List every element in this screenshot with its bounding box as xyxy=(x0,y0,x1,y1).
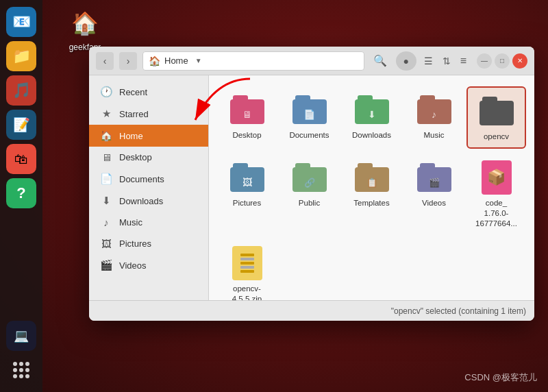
file-item-desktop-label: Desktop xyxy=(232,130,261,140)
file-grid: 🖥 Desktop 📄 xyxy=(217,86,526,300)
downloads-nav-icon: ⬇ xyxy=(100,195,112,207)
file-item-public-label: Public xyxy=(299,198,320,208)
documents-nav-icon: 📄 xyxy=(100,173,112,185)
videos-nav-icon: 🎬 xyxy=(100,259,112,271)
file-item-opencv[interactable]: opencv xyxy=(466,86,526,149)
taskbar-writer[interactable]: 📝 xyxy=(6,110,36,140)
code-deb-icon: 📦 xyxy=(479,160,514,195)
taskbar-thunderbird[interactable]: 📧 xyxy=(6,7,36,37)
home-nav-icon: 🏠 xyxy=(100,130,112,142)
file-item-music-label: Music xyxy=(423,130,444,140)
file-item-pictures-label: Pictures xyxy=(233,198,262,208)
file-item-templates-label: Templates xyxy=(353,198,389,208)
file-item-opencv-label: opencv xyxy=(484,132,509,142)
sidebar-item-music[interactable]: ♪ Music xyxy=(89,212,208,233)
downloads-folder-icon: ⬇ xyxy=(354,92,390,127)
back-button[interactable]: ‹ xyxy=(96,52,114,70)
close-button[interactable]: ✕ xyxy=(512,53,527,69)
file-item-documents-label: Documents xyxy=(289,130,329,140)
taskbar-terminal[interactable]: 💻 xyxy=(6,321,36,351)
taskbar-appstore[interactable]: 🛍 xyxy=(6,144,36,174)
location-dropdown-icon: ▼ xyxy=(195,57,202,64)
sort-button[interactable]: ⇅ xyxy=(440,51,453,71)
sidebar-item-pictures-label: Pictures xyxy=(119,238,151,249)
app-grid-button[interactable] xyxy=(6,355,36,385)
main-content: 🖥 Desktop 📄 xyxy=(209,75,534,300)
desktop-nav-icon: 🖥 xyxy=(100,151,112,163)
sidebar-item-recent[interactable]: 🕐 Recent xyxy=(89,81,208,103)
file-item-videos-label: Videos xyxy=(422,198,446,208)
taskbar-rhythmbox[interactable]: 🎵 xyxy=(6,75,36,106)
sidebar-item-starred[interactable]: ★ Starred xyxy=(89,103,208,125)
sidebar-item-home-label: Home xyxy=(119,131,143,141)
list-view-button[interactable]: ☰ xyxy=(422,51,435,71)
watermark: CSDN @极客范儿 xyxy=(464,371,537,384)
templates-folder-icon: 📋 xyxy=(354,160,390,195)
recent-icon: 🕐 xyxy=(100,86,112,98)
file-item-pictures[interactable]: 🖼 Pictures xyxy=(217,154,277,234)
file-item-opencv-zip-label: opencv-4.5.5.zip xyxy=(232,284,262,300)
location-bar[interactable]: 🏠 Home ▼ xyxy=(142,51,364,71)
minimize-button[interactable]: — xyxy=(477,53,492,69)
sidebar-item-documents-label: Documents xyxy=(119,174,164,184)
sidebar-item-documents[interactable]: 📄 Documents xyxy=(89,168,208,190)
starred-icon: ★ xyxy=(100,108,112,120)
pictures-nav-icon: 🖼 xyxy=(100,238,112,249)
music-nav-icon: ♪ xyxy=(100,217,112,228)
sidebar-item-downloads[interactable]: ⬇ Downloads xyxy=(89,190,208,212)
public-folder-icon: 🔗 xyxy=(292,160,327,195)
file-item-public[interactable]: 🔗 Public xyxy=(279,154,339,234)
content-area: 🕐 Recent ★ Starred 🏠 Home 🖥 Desktop 📄 Do… xyxy=(89,75,534,300)
file-item-videos[interactable]: 🎬 Videos xyxy=(404,154,464,234)
desktop-home-icon[interactable]: 🏠 geekfanr xyxy=(68,7,101,52)
file-item-music[interactable]: ♪ Music xyxy=(404,86,464,149)
file-item-code-deb[interactable]: 📦 code_1.76.0-16777664... xyxy=(466,154,526,234)
home-icon: 🏠 xyxy=(149,56,160,66)
documents-folder-icon: 📄 xyxy=(292,92,327,127)
opencv-folder-icon xyxy=(479,93,514,129)
videos-folder-icon: 🎬 xyxy=(416,160,452,195)
file-item-desktop[interactable]: 🖥 Desktop xyxy=(217,86,277,149)
file-item-templates[interactable]: 📋 Templates xyxy=(342,154,401,234)
titlebar: ‹ › 🏠 Home ▼ 🔍 ● ☰ ⇅ ≡ — □ ✕ xyxy=(89,47,534,75)
taskbar-files[interactable]: 📁 xyxy=(6,41,36,71)
maximize-button[interactable]: □ xyxy=(495,53,510,69)
sidebar: 🕐 Recent ★ Starred 🏠 Home 🖥 Desktop 📄 Do… xyxy=(89,75,209,300)
status-text: "opencv" selected (containing 1 item) xyxy=(391,306,526,316)
file-manager-window: ‹ › 🏠 Home ▼ 🔍 ● ☰ ⇅ ≡ — □ ✕ 🕐 Recent xyxy=(89,47,534,321)
location-text: Home xyxy=(164,56,188,66)
search-button[interactable]: 🔍 xyxy=(370,51,390,71)
file-item-opencv-zip[interactable]: opencv-4.5.5.zip xyxy=(217,240,277,300)
sidebar-item-desktop[interactable]: 🖥 Desktop xyxy=(89,147,208,168)
sidebar-item-downloads-label: Downloads xyxy=(119,196,163,206)
sidebar-item-music-label: Music xyxy=(119,217,142,228)
sidebar-item-desktop-label: Desktop xyxy=(119,152,152,162)
window-controls: — □ ✕ xyxy=(477,53,527,69)
taskbar: 📧 📁 🎵 📝 🛍 ? 💻 xyxy=(0,0,42,392)
music-folder-icon: ♪ xyxy=(416,92,452,127)
sidebar-item-pictures[interactable]: 🖼 Pictures xyxy=(89,233,208,254)
taskbar-help[interactable]: ? xyxy=(6,178,36,208)
sidebar-item-videos[interactable]: 🎬 Videos xyxy=(89,254,208,276)
sidebar-item-recent-label: Recent xyxy=(119,87,147,97)
sidebar-item-videos-label: Videos xyxy=(119,260,147,271)
desktop-folder-icon: 🖥 xyxy=(229,92,265,127)
file-item-downloads[interactable]: ⬇ Downloads xyxy=(342,86,401,149)
sidebar-item-home[interactable]: 🏠 Home xyxy=(89,125,208,147)
file-item-documents[interactable]: 📄 Documents xyxy=(279,86,339,149)
menu-button[interactable]: ≡ xyxy=(458,51,469,71)
home-folder-icon: 🏠 xyxy=(68,7,101,40)
file-item-code-deb-label: code_1.76.0-16777664... xyxy=(475,198,517,229)
deb-file-icon: 📦 xyxy=(482,160,512,195)
file-item-downloads-label: Downloads xyxy=(352,130,391,140)
zip-file-icon xyxy=(232,246,262,280)
opencv-zip-icon xyxy=(229,245,265,281)
view-toggle-button[interactable]: ● xyxy=(396,51,416,71)
forward-button[interactable]: › xyxy=(119,52,137,70)
pictures-folder-icon: 🖼 xyxy=(229,160,265,195)
grid-icon xyxy=(13,362,29,378)
status-bar: "opencv" selected (containing 1 item) xyxy=(89,300,534,321)
sidebar-item-starred-label: Starred xyxy=(119,109,149,119)
